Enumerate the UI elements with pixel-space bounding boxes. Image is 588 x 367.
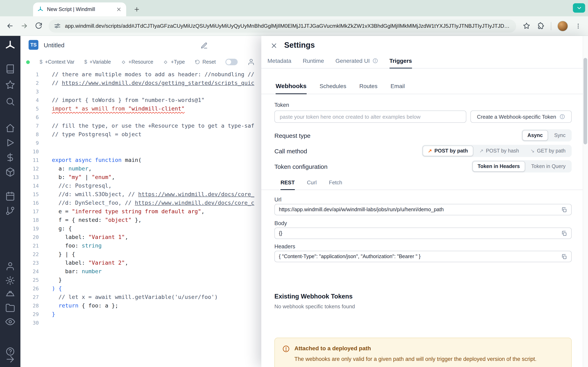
browser-menu-icon[interactable]	[574, 22, 582, 30]
windmill-favicon	[37, 6, 44, 13]
line-number: 28	[20, 301, 39, 310]
docs-book-icon[interactable]	[5, 64, 15, 74]
tab-close-icon[interactable]	[116, 6, 122, 13]
tab-rest[interactable]: REST	[281, 179, 295, 190]
token-label: Token	[274, 102, 289, 108]
line-number: 27	[20, 293, 39, 301]
line-number: 6	[20, 113, 39, 122]
add-resource-button[interactable]: +Resource	[121, 59, 153, 65]
profile-avatar[interactable]	[557, 21, 568, 31]
create-webhook-token-button[interactable]: Create a Webhook-specific Token	[470, 110, 572, 123]
line-number: 4	[20, 96, 39, 104]
call-method-get-by-path-button[interactable]: ↘ GET by path	[525, 146, 571, 156]
subtab-routes[interactable]: Routes	[359, 83, 378, 94]
scrollbar-thumb[interactable]	[584, 58, 587, 144]
settings-tabs: Metadata Runtime Generated UI Triggers	[261, 55, 583, 68]
tab-generated-ui[interactable]: Generated UI	[336, 58, 378, 68]
back-icon[interactable]	[6, 22, 14, 30]
request-type-async-button[interactable]: Async	[522, 130, 548, 141]
site-settings-tune-icon[interactable]	[54, 22, 61, 29]
tab-curl[interactable]: Curl	[307, 179, 317, 190]
search-icon[interactable]	[5, 97, 15, 106]
tab-title: New Script | Windmill	[47, 7, 112, 12]
workers-helmet-icon[interactable]	[5, 290, 15, 299]
line-number: 14	[20, 182, 39, 190]
token-in-query-button[interactable]: Token in Query	[526, 161, 571, 172]
script-title: Untitled	[44, 42, 65, 48]
browser-tab[interactable]: New Script | Windmill	[33, 2, 126, 16]
url-text[interactable]: app.windmill.dev/scripts/add#JTdCJTIyaGF…	[65, 23, 511, 29]
add-type-button[interactable]: +Type	[163, 59, 185, 65]
warning-title: Attached to a deployed path	[294, 345, 536, 351]
user-icon[interactable]	[5, 261, 15, 271]
bookmark-star-icon[interactable]	[522, 22, 530, 30]
request-type-sync-button[interactable]: Sync	[549, 130, 571, 141]
edit-title-pencil-icon[interactable]	[200, 42, 208, 49]
add-context-var-button[interactable]: $ +Context Var	[40, 59, 75, 65]
resources-cube-icon[interactable]	[5, 167, 15, 177]
headers-value: { "Content-Type": "application/json", "A…	[279, 254, 558, 259]
flows-branch-icon[interactable]	[5, 206, 15, 216]
language-badge[interactable]: TS	[29, 40, 38, 50]
copy-icon[interactable]	[561, 253, 567, 259]
subtab-schedules[interactable]: Schedules	[320, 83, 346, 94]
subtab-email[interactable]: Email	[390, 83, 405, 94]
status-dot	[26, 60, 30, 64]
line-number: 3	[20, 87, 39, 96]
line-number: 5	[20, 104, 39, 113]
headers-field[interactable]: { "Content-Type": "application/json", "A…	[274, 251, 572, 262]
line-number: 19	[20, 224, 39, 233]
tab-generated-ui-label: Generated UI	[336, 58, 370, 64]
code-text: }	[39, 310, 55, 318]
home-icon[interactable]	[5, 123, 15, 133]
code-text: // import { toWords } from "number-to-wo…	[39, 96, 205, 104]
token-input[interactable]	[274, 110, 466, 123]
code-text: // type Postgresql = object	[39, 130, 141, 139]
settings-gear-icon[interactable]	[5, 276, 15, 285]
tab-fetch[interactable]: Fetch	[329, 179, 342, 190]
schedules-calendar-icon[interactable]	[5, 191, 15, 201]
browser-toolbar: app.windmill.dev/scripts/add#JTdCJTIyaGF…	[0, 16, 588, 36]
call-method-post-by-path-button[interactable]: ↗ POST by path	[423, 146, 473, 156]
tab-triggers[interactable]: Triggers	[389, 58, 412, 68]
add-variable-button[interactable]: $ +Variable	[84, 59, 111, 65]
extensions-puzzle-icon[interactable]	[536, 22, 545, 30]
code-text: export async function main(	[39, 156, 141, 164]
token-in-headers-button[interactable]: Token in Headers	[472, 161, 525, 172]
forward-icon[interactable]	[20, 22, 28, 30]
line-number: 13	[20, 173, 39, 182]
line-number: 24	[20, 267, 39, 276]
dollar-icon: $	[40, 59, 43, 65]
url-field[interactable]: https://app.windmill.dev/api/w/windmill-…	[274, 204, 572, 215]
editor-toggle[interactable]	[226, 59, 238, 65]
body-field[interactable]: {}	[274, 227, 572, 239]
window-chevron-button[interactable]	[573, 3, 585, 13]
copy-icon[interactable]	[561, 230, 567, 236]
subtab-webhooks[interactable]: Webhooks	[276, 82, 306, 94]
variables-dollar-icon[interactable]	[5, 152, 15, 162]
reload-icon[interactable]	[34, 22, 43, 30]
folders-icon[interactable]	[5, 303, 15, 313]
alert-circle-icon	[282, 345, 290, 353]
new-tab-button[interactable]	[131, 4, 142, 15]
tab-runtime[interactable]: Runtime	[303, 58, 324, 68]
expand-arrow-icon[interactable]	[5, 354, 15, 364]
existing-tokens-title: Existing Webhook Tokens	[274, 293, 353, 300]
close-settings-icon[interactable]	[269, 41, 279, 50]
reset-button[interactable]: Reset	[195, 59, 216, 65]
line-number: 12	[20, 164, 39, 173]
body-label: Body	[274, 220, 287, 226]
line-number: 29	[20, 310, 39, 318]
headers-label: Headers	[274, 243, 295, 250]
add-resource-label: +Resource	[129, 59, 153, 65]
arrow-up-right-icon: ↗	[479, 149, 484, 153]
favorites-star-icon[interactable]	[5, 80, 15, 90]
address-bar[interactable]: app.windmill.dev/scripts/add#JTdCJTIyaGF…	[49, 19, 516, 33]
line-number: 11	[20, 156, 39, 164]
call-method-post-by-hash-button[interactable]: ↗ POST by hash	[474, 146, 524, 156]
audit-eye-icon[interactable]	[5, 317, 15, 327]
runs-play-icon[interactable]	[5, 138, 15, 148]
code-text: ) {	[39, 284, 62, 293]
tab-metadata[interactable]: Metadata	[268, 58, 291, 68]
copy-icon[interactable]	[561, 207, 567, 213]
